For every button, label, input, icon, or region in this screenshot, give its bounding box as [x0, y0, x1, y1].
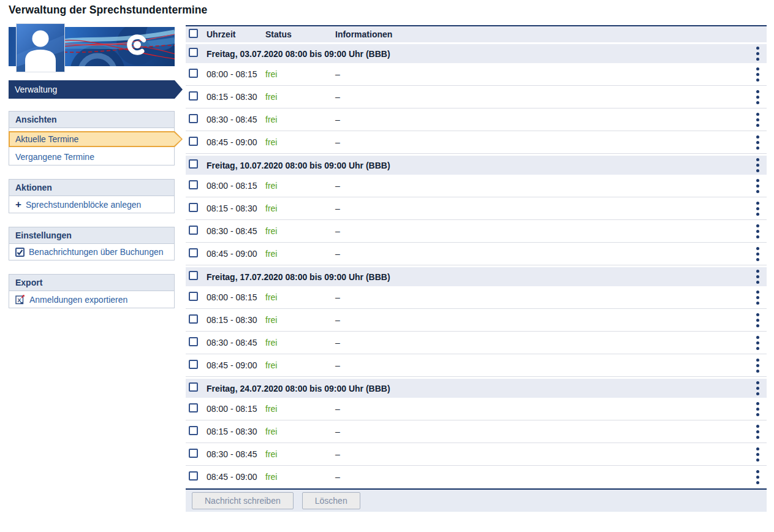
row-menu-icon[interactable]	[756, 289, 767, 306]
timeslot-status: frei	[265, 315, 335, 325]
delete-button[interactable]: Löschen	[302, 492, 360, 509]
row-menu-icon[interactable]	[756, 178, 767, 194]
timeslot-status: frei	[265, 292, 335, 302]
timeslot-checkbox[interactable]	[189, 203, 198, 212]
table-body: Freitag, 03.07.2020 08:00 bis 09:00 Uhr …	[186, 44, 767, 488]
block-checkbox[interactable]	[189, 382, 198, 392]
row-menu-icon[interactable]	[756, 357, 767, 374]
appointment-block-label: Freitag, 10.07.2020 08:00 bis 09:00 Uhr …	[207, 161, 738, 170]
row-menu-icon[interactable]	[756, 312, 767, 329]
timeslot-checkbox[interactable]	[189, 114, 198, 123]
sidebar-item-vergangene-termine[interactable]: Vergangene Termine	[9, 149, 174, 165]
row-menu-icon[interactable]	[756, 424, 767, 440]
timeslot-checkbox[interactable]	[189, 292, 198, 301]
row-menu-icon[interactable]	[756, 223, 767, 240]
row-menu-icon[interactable]	[756, 401, 767, 417]
section-title-aktionen: Aktionen	[9, 180, 174, 196]
row-menu-icon[interactable]	[756, 134, 767, 151]
create-blocks-label: Sprechstundenblöcke anlegen	[26, 200, 141, 210]
timeslot-status: frei	[265, 449, 335, 459]
timeslot-row: 08:30 - 08:45 frei –	[186, 332, 767, 354]
timeslot-time: 08:45 - 09:00	[207, 249, 265, 259]
export-registrations-label: Anmeldungen exportieren	[29, 295, 127, 305]
timeslot-checkbox[interactable]	[189, 426, 198, 435]
appointment-block-row: Freitag, 03.07.2020 08:00 bis 09:00 Uhr …	[186, 44, 767, 63]
timeslot-checkbox[interactable]	[189, 403, 198, 412]
timeslot-time: 08:30 - 08:45	[207, 338, 265, 348]
sidebar-item-aktuelle-termine[interactable]: Aktuelle Termine	[9, 131, 183, 147]
timeslot-status: frei	[265, 404, 335, 414]
select-all-checkbox[interactable]	[189, 29, 198, 38]
timeslot-info: –	[335, 449, 738, 459]
row-menu-icon[interactable]	[756, 45, 767, 62]
notifications-checkbox[interactable]	[15, 248, 25, 257]
timeslot-row: 08:30 - 08:45 frei –	[186, 108, 767, 131]
row-menu-icon[interactable]	[756, 89, 767, 105]
block-checkbox[interactable]	[189, 159, 198, 169]
section-title-einstellungen: Einstellungen	[9, 227, 174, 244]
timeslot-info: –	[335, 292, 738, 302]
block-checkbox[interactable]	[189, 271, 198, 280]
timeslot-info: –	[335, 249, 738, 259]
appointment-block-row: Freitag, 17.07.2020 08:00 bis 09:00 Uhr …	[186, 267, 767, 286]
timeslot-info: –	[335, 69, 738, 79]
appointment-block-row: Freitag, 24.07.2020 08:00 bis 09:00 Uhr …	[186, 379, 767, 398]
timeslot-checkbox[interactable]	[189, 471, 198, 481]
timeslot-checkbox[interactable]	[189, 337, 198, 346]
timeslot-row: 08:45 - 09:00 frei –	[186, 243, 767, 265]
timeslot-time: 08:00 - 08:15	[207, 181, 265, 191]
timeslot-row: 08:45 - 09:00 frei –	[186, 466, 767, 488]
sidebar-section-einstellungen: Einstellungen Benachrichtungen über Buch…	[9, 227, 175, 260]
timeslot-checkbox[interactable]	[189, 226, 198, 235]
timeslot-time: 08:15 - 08:30	[207, 315, 265, 325]
row-menu-icon[interactable]	[756, 268, 767, 285]
appointments-table: Uhrzeit Status Informationen Freitag, 03…	[186, 25, 767, 512]
row-menu-icon[interactable]	[756, 469, 767, 485]
timeslot-checkbox[interactable]	[189, 180, 198, 189]
row-menu-icon[interactable]	[756, 380, 767, 397]
timeslot-status: frei	[265, 226, 335, 236]
timeslot-checkbox[interactable]	[189, 248, 198, 257]
timeslot-time: 08:45 - 09:00	[207, 137, 265, 147]
sidebar-item-sprechstundenbloecke-anlegen[interactable]: + Sprechstundenblöcke anlegen	[9, 196, 174, 213]
timeslot-checkbox[interactable]	[189, 360, 198, 369]
timeslot-time: 08:00 - 08:15	[207, 292, 265, 302]
timeslot-info: –	[335, 472, 738, 482]
sidebar-nav-verwaltung[interactable]: Verwaltung	[9, 80, 183, 99]
sidebar-section-export: Export X Anmeldungen exportieren	[9, 274, 175, 308]
row-menu-icon[interactable]	[756, 66, 767, 83]
timeslot-time: 08:15 - 08:30	[207, 92, 265, 102]
row-menu-icon[interactable]	[756, 246, 767, 262]
row-menu-icon[interactable]	[756, 112, 767, 128]
timeslot-info: –	[335, 92, 738, 102]
timeslot-row: 08:00 - 08:15 frei –	[186, 286, 767, 309]
check-icon	[17, 249, 23, 256]
timeslot-checkbox[interactable]	[189, 314, 198, 324]
timeslot-checkbox[interactable]	[189, 449, 198, 458]
row-menu-icon[interactable]	[756, 335, 767, 351]
timeslot-info: –	[335, 115, 738, 124]
timeslot-info: –	[335, 360, 738, 370]
nav-verwaltung-label: Verwaltung	[15, 85, 57, 94]
timeslot-checkbox[interactable]	[189, 137, 198, 146]
row-menu-icon[interactable]	[756, 446, 767, 463]
timeslot-checkbox[interactable]	[189, 69, 198, 78]
timeslot-info: –	[335, 404, 738, 414]
section-title-export: Export	[9, 275, 174, 291]
timeslot-status: frei	[265, 69, 335, 79]
sidebar-item-anmeldungen-exportieren[interactable]: X Anmeldungen exportieren	[9, 291, 174, 308]
sidebar-item-benachrichtungen: Benachrichtungen über Buchungen	[9, 244, 174, 260]
timeslot-status: frei	[265, 249, 335, 259]
timeslot-status: frei	[265, 427, 335, 436]
timeslot-row: 08:00 - 08:15 frei –	[186, 398, 767, 420]
row-menu-icon[interactable]	[756, 200, 767, 217]
row-menu-icon[interactable]	[756, 157, 767, 173]
timeslot-row: 08:15 - 08:30 frei –	[186, 86, 767, 108]
timeslot-status: frei	[265, 203, 335, 213]
block-checkbox[interactable]	[189, 48, 198, 57]
timeslot-checkbox[interactable]	[189, 91, 198, 101]
notifications-label: Benachrichtungen über Buchungen	[29, 247, 164, 257]
timeslot-time: 08:15 - 08:30	[207, 203, 265, 213]
write-message-button[interactable]: Nachricht schreiben	[192, 492, 294, 509]
timeslot-status: frei	[265, 92, 335, 102]
